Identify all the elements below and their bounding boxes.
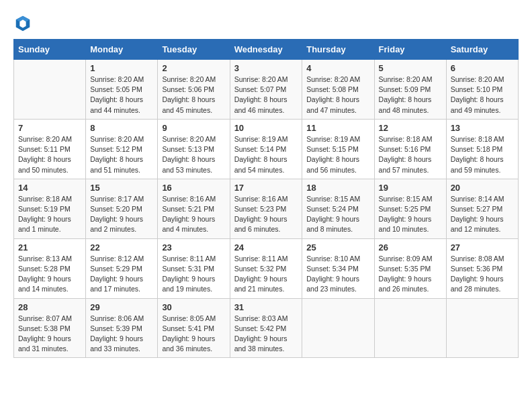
day-number: 3 bbox=[234, 63, 298, 73]
day-number: 27 bbox=[451, 242, 514, 253]
calendar-cell: 14Sunrise: 8:18 AM Sunset: 5:19 PM Dayli… bbox=[14, 179, 86, 238]
day-number: 20 bbox=[451, 183, 514, 193]
calendar-cell bbox=[302, 298, 374, 358]
day-number: 13 bbox=[451, 123, 514, 133]
calendar-cell: 20Sunrise: 8:14 AM Sunset: 5:27 PM Dayli… bbox=[446, 179, 518, 238]
weekday-header-friday: Friday bbox=[374, 40, 446, 60]
day-info: Sunrise: 8:11 AM Sunset: 5:31 PM Dayligh… bbox=[162, 254, 225, 295]
calendar-week-row: 21Sunrise: 8:13 AM Sunset: 5:28 PM Dayli… bbox=[14, 238, 519, 298]
day-number: 11 bbox=[306, 123, 369, 133]
day-number: 7 bbox=[18, 123, 81, 133]
day-number: 23 bbox=[162, 242, 225, 253]
day-number: 24 bbox=[234, 242, 298, 253]
day-number: 2 bbox=[162, 63, 225, 73]
day-info: Sunrise: 8:07 AM Sunset: 5:38 PM Dayligh… bbox=[18, 314, 81, 355]
day-info: Sunrise: 8:03 AM Sunset: 5:42 PM Dayligh… bbox=[234, 314, 298, 355]
day-number: 21 bbox=[18, 242, 81, 253]
calendar-cell: 10Sunrise: 8:19 AM Sunset: 5:14 PM Dayli… bbox=[230, 119, 302, 179]
calendar-cell bbox=[374, 298, 446, 358]
calendar-cell: 23Sunrise: 8:11 AM Sunset: 5:31 PM Dayli… bbox=[158, 238, 230, 298]
logo bbox=[13, 13, 35, 32]
calendar-cell: 11Sunrise: 8:19 AM Sunset: 5:15 PM Dayli… bbox=[302, 119, 374, 179]
calendar-cell: 25Sunrise: 8:10 AM Sunset: 5:34 PM Dayli… bbox=[302, 238, 374, 298]
calendar-cell: 21Sunrise: 8:13 AM Sunset: 5:28 PM Dayli… bbox=[14, 238, 86, 298]
calendar-cell: 19Sunrise: 8:15 AM Sunset: 5:25 PM Dayli… bbox=[374, 179, 446, 238]
weekday-header-row: SundayMondayTuesdayWednesdayThursdayFrid… bbox=[14, 40, 519, 60]
calendar-cell: 2Sunrise: 8:20 AM Sunset: 5:06 PM Daylig… bbox=[158, 60, 230, 120]
day-info: Sunrise: 8:11 AM Sunset: 5:32 PM Dayligh… bbox=[234, 254, 298, 295]
day-info: Sunrise: 8:05 AM Sunset: 5:41 PM Dayligh… bbox=[162, 314, 225, 355]
calendar-cell: 9Sunrise: 8:20 AM Sunset: 5:13 PM Daylig… bbox=[158, 119, 230, 179]
day-number: 22 bbox=[90, 242, 153, 253]
day-info: Sunrise: 8:18 AM Sunset: 5:19 PM Dayligh… bbox=[18, 194, 81, 235]
calendar-cell: 24Sunrise: 8:11 AM Sunset: 5:32 PM Dayli… bbox=[230, 238, 302, 298]
day-info: Sunrise: 8:19 AM Sunset: 5:15 PM Dayligh… bbox=[306, 134, 369, 175]
day-info: Sunrise: 8:20 AM Sunset: 5:05 PM Dayligh… bbox=[90, 75, 153, 116]
calendar-cell: 15Sunrise: 8:17 AM Sunset: 5:20 PM Dayli… bbox=[86, 179, 158, 238]
weekday-header-wednesday: Wednesday bbox=[230, 40, 302, 60]
day-number: 12 bbox=[379, 123, 442, 133]
day-info: Sunrise: 8:20 AM Sunset: 5:08 PM Dayligh… bbox=[306, 75, 369, 116]
calendar-week-row: 14Sunrise: 8:18 AM Sunset: 5:19 PM Dayli… bbox=[14, 179, 519, 238]
day-info: Sunrise: 8:19 AM Sunset: 5:14 PM Dayligh… bbox=[234, 134, 298, 175]
calendar-cell: 16Sunrise: 8:16 AM Sunset: 5:21 PM Dayli… bbox=[158, 179, 230, 238]
calendar-cell: 13Sunrise: 8:18 AM Sunset: 5:18 PM Dayli… bbox=[446, 119, 518, 179]
day-number: 17 bbox=[234, 183, 298, 193]
calendar-cell: 18Sunrise: 8:15 AM Sunset: 5:24 PM Dayli… bbox=[302, 179, 374, 238]
day-number: 26 bbox=[379, 242, 442, 253]
day-number: 29 bbox=[90, 302, 153, 312]
day-number: 14 bbox=[18, 183, 81, 193]
calendar-week-row: 7Sunrise: 8:20 AM Sunset: 5:11 PM Daylig… bbox=[14, 119, 519, 179]
day-info: Sunrise: 8:14 AM Sunset: 5:27 PM Dayligh… bbox=[451, 194, 514, 235]
calendar-cell bbox=[446, 298, 518, 358]
day-number: 6 bbox=[451, 63, 514, 73]
calendar-cell: 30Sunrise: 8:05 AM Sunset: 5:41 PM Dayli… bbox=[158, 298, 230, 358]
day-info: Sunrise: 8:13 AM Sunset: 5:28 PM Dayligh… bbox=[18, 254, 81, 295]
day-info: Sunrise: 8:15 AM Sunset: 5:24 PM Dayligh… bbox=[306, 194, 369, 235]
day-number: 9 bbox=[162, 123, 225, 133]
day-info: Sunrise: 8:20 AM Sunset: 5:09 PM Dayligh… bbox=[379, 75, 442, 116]
calendar-cell bbox=[14, 60, 86, 120]
calendar-cell: 7Sunrise: 8:20 AM Sunset: 5:11 PM Daylig… bbox=[14, 119, 86, 179]
weekday-header-sunday: Sunday bbox=[14, 40, 86, 60]
weekday-header-thursday: Thursday bbox=[302, 40, 374, 60]
calendar-cell: 1Sunrise: 8:20 AM Sunset: 5:05 PM Daylig… bbox=[86, 60, 158, 120]
calendar-cell: 4Sunrise: 8:20 AM Sunset: 5:08 PM Daylig… bbox=[302, 60, 374, 120]
calendar-cell: 22Sunrise: 8:12 AM Sunset: 5:29 PM Dayli… bbox=[86, 238, 158, 298]
day-info: Sunrise: 8:15 AM Sunset: 5:25 PM Dayligh… bbox=[379, 194, 442, 235]
day-info: Sunrise: 8:20 AM Sunset: 5:10 PM Dayligh… bbox=[451, 75, 514, 116]
day-number: 8 bbox=[90, 123, 153, 133]
calendar-cell: 27Sunrise: 8:08 AM Sunset: 5:36 PM Dayli… bbox=[446, 238, 518, 298]
calendar-week-row: 1Sunrise: 8:20 AM Sunset: 5:05 PM Daylig… bbox=[14, 60, 519, 120]
day-info: Sunrise: 8:18 AM Sunset: 5:16 PM Dayligh… bbox=[379, 134, 442, 175]
day-number: 31 bbox=[234, 302, 298, 312]
day-info: Sunrise: 8:17 AM Sunset: 5:20 PM Dayligh… bbox=[90, 194, 153, 235]
day-info: Sunrise: 8:18 AM Sunset: 5:18 PM Dayligh… bbox=[451, 134, 514, 175]
day-number: 18 bbox=[306, 183, 369, 193]
weekday-header-saturday: Saturday bbox=[446, 40, 518, 60]
day-number: 10 bbox=[234, 123, 298, 133]
calendar-cell: 8Sunrise: 8:20 AM Sunset: 5:12 PM Daylig… bbox=[86, 119, 158, 179]
calendar-cell: 29Sunrise: 8:06 AM Sunset: 5:39 PM Dayli… bbox=[86, 298, 158, 358]
calendar-cell: 5Sunrise: 8:20 AM Sunset: 5:09 PM Daylig… bbox=[374, 60, 446, 120]
day-number: 30 bbox=[162, 302, 225, 312]
calendar-cell: 12Sunrise: 8:18 AM Sunset: 5:16 PM Dayli… bbox=[374, 119, 446, 179]
logo-icon bbox=[13, 13, 32, 32]
calendar-cell: 3Sunrise: 8:20 AM Sunset: 5:07 PM Daylig… bbox=[230, 60, 302, 120]
day-info: Sunrise: 8:16 AM Sunset: 5:23 PM Dayligh… bbox=[234, 194, 298, 235]
calendar-cell: 17Sunrise: 8:16 AM Sunset: 5:23 PM Dayli… bbox=[230, 179, 302, 238]
calendar-cell: 6Sunrise: 8:20 AM Sunset: 5:10 PM Daylig… bbox=[446, 60, 518, 120]
day-info: Sunrise: 8:06 AM Sunset: 5:39 PM Dayligh… bbox=[90, 314, 153, 355]
day-number: 28 bbox=[18, 302, 81, 312]
weekday-header-tuesday: Tuesday bbox=[158, 40, 230, 60]
calendar-cell: 31Sunrise: 8:03 AM Sunset: 5:42 PM Dayli… bbox=[230, 298, 302, 358]
weekday-header-monday: Monday bbox=[86, 40, 158, 60]
day-number: 15 bbox=[90, 183, 153, 193]
day-info: Sunrise: 8:20 AM Sunset: 5:12 PM Dayligh… bbox=[90, 134, 153, 175]
day-number: 25 bbox=[306, 242, 369, 253]
day-info: Sunrise: 8:16 AM Sunset: 5:21 PM Dayligh… bbox=[162, 194, 225, 235]
day-info: Sunrise: 8:20 AM Sunset: 5:07 PM Dayligh… bbox=[234, 75, 298, 116]
day-info: Sunrise: 8:20 AM Sunset: 5:11 PM Dayligh… bbox=[18, 134, 81, 175]
day-info: Sunrise: 8:08 AM Sunset: 5:36 PM Dayligh… bbox=[451, 254, 514, 295]
day-info: Sunrise: 8:10 AM Sunset: 5:34 PM Dayligh… bbox=[306, 254, 369, 295]
